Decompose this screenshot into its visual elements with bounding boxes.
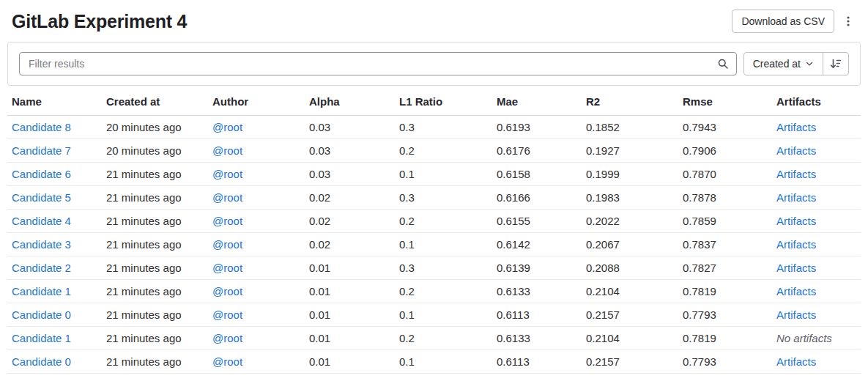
author-link[interactable]: @root (212, 355, 242, 368)
candidate-link[interactable]: Candidate 7 (12, 144, 71, 157)
table-row: Candidate 621 minutes ago@root0.030.10.6… (7, 163, 861, 186)
rmse-value: 0.7819 (683, 285, 716, 297)
artifacts-link[interactable]: Artifacts (776, 238, 816, 251)
header-actions: Download as CSV (732, 10, 858, 33)
candidate-link[interactable]: Candidate 8 (12, 121, 71, 133)
artifacts-link[interactable]: Artifacts (776, 285, 816, 297)
r2-value: 0.1983 (586, 191, 620, 204)
search-icon (717, 58, 729, 70)
alpha-value: 0.02 (309, 191, 330, 204)
results-table: NameCreated atAuthorAlphaL1 RatioMaeR2Rm… (7, 86, 861, 374)
created-at-text: 21 minutes ago (106, 168, 182, 180)
created-at-text: 21 minutes ago (106, 308, 182, 321)
sort-controls: Created at (743, 52, 849, 75)
table-body: Candidate 820 minutes ago@root0.030.30.6… (7, 116, 861, 374)
artifacts-link[interactable]: Artifacts (776, 308, 816, 321)
author-link[interactable]: @root (212, 191, 242, 204)
filter-panel: Created at (7, 42, 861, 86)
table-row: Candidate 021 minutes ago@root0.010.10.6… (7, 350, 861, 374)
candidate-link[interactable]: Candidate 0 (12, 308, 71, 321)
candidate-link[interactable]: Candidate 0 (12, 355, 71, 368)
column-header-author: Author (212, 86, 309, 116)
author-link[interactable]: @root (212, 144, 242, 157)
r2-value: 0.2104 (586, 332, 620, 344)
sort-descending-icon (830, 58, 842, 70)
artifacts-link[interactable]: Artifacts (776, 191, 816, 204)
r2-value: 0.2088 (586, 262, 620, 274)
l1-ratio-value: 0.3 (399, 262, 415, 274)
candidate-link[interactable]: Candidate 3 (12, 238, 71, 251)
download-csv-button[interactable]: Download as CSV (732, 10, 834, 33)
alpha-value: 0.02 (309, 238, 330, 251)
sort-direction-button[interactable] (823, 52, 849, 75)
created-at-text: 21 minutes ago (106, 238, 182, 251)
l1-ratio-value: 0.3 (399, 121, 415, 133)
candidate-link[interactable]: Candidate 2 (12, 262, 71, 274)
table-header-row: NameCreated atAuthorAlphaL1 RatioMaeR2Rm… (7, 86, 861, 116)
author-link[interactable]: @root (212, 215, 242, 227)
rmse-value: 0.7793 (683, 355, 716, 368)
author-link[interactable]: @root (212, 262, 242, 274)
mae-value: 0.6176 (497, 144, 530, 157)
candidate-link[interactable]: Candidate 6 (12, 168, 71, 180)
sort-by-label: Created at (753, 58, 801, 70)
author-link[interactable]: @root (212, 332, 242, 344)
column-header-name: Name (7, 86, 106, 116)
artifacts-link[interactable]: Artifacts (776, 144, 816, 157)
table-row: Candidate 820 minutes ago@root0.030.30.6… (7, 116, 861, 139)
alpha-value: 0.01 (309, 262, 330, 274)
author-link[interactable]: @root (212, 168, 242, 180)
alpha-value: 0.03 (309, 144, 330, 157)
l1-ratio-value: 0.2 (399, 144, 415, 157)
more-actions-button[interactable] (839, 10, 858, 33)
table-row: Candidate 121 minutes ago@root0.010.20.6… (7, 280, 861, 303)
created-at-text: 21 minutes ago (106, 215, 182, 227)
mae-value: 0.6113 (497, 308, 530, 321)
l1-ratio-value: 0.1 (399, 168, 415, 180)
page-title: GitLab Experiment 4 (12, 11, 187, 32)
alpha-value: 0.01 (309, 332, 330, 344)
author-link[interactable]: @root (212, 238, 242, 251)
created-at-text: 20 minutes ago (106, 121, 182, 133)
author-link[interactable]: @root (212, 308, 242, 321)
rmse-value: 0.7819 (683, 332, 716, 344)
l1-ratio-value: 0.3 (399, 191, 415, 204)
mae-value: 0.6113 (497, 355, 530, 368)
mae-value: 0.6142 (497, 238, 530, 251)
rmse-value: 0.7870 (683, 168, 716, 180)
artifacts-link[interactable]: Artifacts (776, 215, 816, 227)
column-header-artifacts: Artifacts (776, 86, 861, 116)
l1-ratio-value: 0.1 (399, 355, 415, 368)
artifacts-link[interactable]: Artifacts (776, 355, 816, 368)
candidate-link[interactable]: Candidate 1 (12, 285, 71, 297)
artifacts-link[interactable]: Artifacts (776, 121, 816, 133)
author-link[interactable]: @root (212, 285, 242, 297)
created-at-text: 21 minutes ago (106, 355, 182, 368)
candidate-link[interactable]: Candidate 5 (12, 191, 71, 204)
author-link[interactable]: @root (212, 121, 242, 133)
column-header-mae: Mae (497, 86, 586, 116)
l1-ratio-value: 0.2 (399, 285, 415, 297)
created-at-text: 21 minutes ago (106, 262, 182, 274)
mae-value: 0.6139 (497, 262, 530, 274)
created-at-text: 20 minutes ago (106, 144, 182, 157)
r2-value: 0.2022 (586, 215, 620, 227)
artifacts-link[interactable]: Artifacts (776, 262, 816, 274)
table-row: Candidate 720 minutes ago@root0.030.20.6… (7, 139, 861, 163)
filter-results-input[interactable] (19, 52, 737, 75)
created-at-text: 21 minutes ago (106, 285, 182, 297)
rmse-value: 0.7878 (683, 191, 716, 204)
candidate-link[interactable]: Candidate 1 (12, 332, 71, 344)
l1-ratio-value: 0.2 (399, 215, 415, 227)
alpha-value: 0.01 (309, 355, 330, 368)
sort-by-dropdown[interactable]: Created at (743, 52, 823, 75)
r2-value: 0.2157 (586, 355, 620, 368)
r2-value: 0.1999 (586, 168, 620, 180)
table-row: Candidate 521 minutes ago@root0.020.30.6… (7, 186, 861, 210)
r2-value: 0.2067 (586, 238, 620, 251)
table-row: Candidate 021 minutes ago@root0.010.10.6… (7, 303, 861, 327)
candidate-link[interactable]: Candidate 4 (12, 215, 71, 227)
artifacts-link[interactable]: Artifacts (776, 168, 816, 180)
search-button[interactable] (712, 53, 734, 74)
mae-value: 0.6158 (497, 168, 530, 180)
